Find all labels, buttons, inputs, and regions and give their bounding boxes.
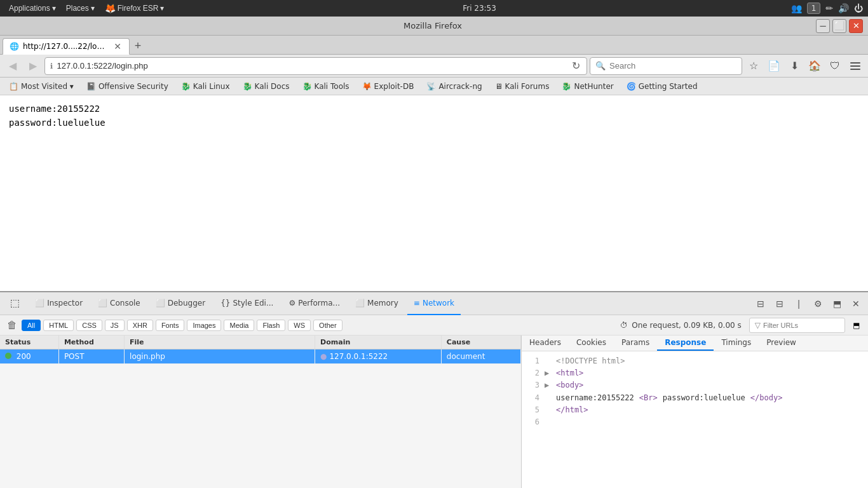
tab-close-button[interactable]: ✕	[112, 41, 123, 51]
resp-tab-headers[interactable]: Headers	[522, 336, 569, 351]
devtool-tab-pick[interactable]: ⬚	[4, 292, 26, 315]
filter-other[interactable]: Other	[313, 320, 342, 331]
bookmark-label-3: Kali Docs	[255, 82, 290, 91]
title-bar: Mozilla Firefox ─ ⬜ ✕	[0, 17, 868, 36]
filter-summary-text: One request, 0.09 KB, 0.00 s	[632, 321, 742, 330]
devtools-split-v[interactable]: ⊟	[752, 295, 769, 312]
bookmark-label-9: Getting Started	[639, 82, 698, 91]
line-num-1: 1	[527, 355, 539, 367]
devtools-close[interactable]: ✕	[848, 295, 864, 312]
console-label: Console	[110, 299, 140, 308]
devtools-pop-out[interactable]: ⬒	[829, 295, 845, 312]
bookmark-kali-linux[interactable]: 🐉 Kali Linux	[176, 81, 235, 92]
bookmark-most-visited[interactable]: 📋 Most Visited ▾	[4, 81, 79, 92]
firefox-label: Firefox ESR	[118, 4, 159, 13]
devtool-tab-style-editor[interactable]: {} Style Edi...	[214, 292, 280, 315]
filter-media[interactable]: Media	[224, 320, 254, 331]
minimize-button[interactable]: ─	[816, 19, 830, 33]
resp-tab-response[interactable]: Response	[657, 336, 714, 351]
active-tab[interactable]: 🌐 http://127.0....22/login.php ✕	[3, 38, 130, 55]
network-icon: ≡	[414, 299, 420, 308]
filter-flash[interactable]: Flash	[257, 320, 285, 331]
bookmark-nethunter[interactable]: 🐉 NetHunter	[557, 81, 618, 92]
applications-menu[interactable]: Applications ▾	[5, 3, 60, 14]
resp-tab-cookies[interactable]: Cookies	[569, 336, 614, 351]
system-bar: Applications ▾ Places ▾ 🦊 Firefox ESR ▾ …	[0, 0, 868, 17]
devtool-tab-memory[interactable]: ⬜ Memory	[349, 292, 405, 315]
style-editor-label: Style Edi...	[233, 299, 273, 308]
debugger-label: Debugger	[168, 299, 205, 308]
menu-button[interactable]	[846, 57, 864, 75]
page-line-2: password:lueluelue	[9, 116, 859, 130]
line-content-4-end: </body>	[750, 392, 783, 404]
filter-fonts[interactable]: Fonts	[156, 320, 185, 331]
maximize-button[interactable]: ⬜	[832, 19, 846, 33]
devtool-tab-performance[interactable]: ⚙ Performa...	[282, 292, 346, 315]
bookmark-offensive-security[interactable]: 📓 Offensive Security	[81, 81, 173, 92]
forward-button[interactable]: ▶	[24, 57, 42, 75]
devtools-split-h[interactable]: ⊟	[771, 295, 788, 312]
panel-settings-icon[interactable]: ⬒	[850, 319, 863, 332]
search-input[interactable]	[609, 61, 736, 71]
reload-button[interactable]: ↻	[571, 58, 581, 73]
filter-html[interactable]: HTML	[43, 320, 74, 331]
memory-label: Memory	[367, 299, 398, 308]
bookmark-favicon-1: 📓	[86, 82, 96, 91]
row-file: login.php	[125, 349, 315, 364]
new-tab-button[interactable]: +	[130, 37, 146, 54]
response-panel: Headers Cookies Params Response Timings …	[521, 336, 868, 488]
hamburger-icon	[850, 62, 860, 70]
close-button[interactable]: ✕	[849, 19, 863, 33]
network-table: Status Method File Domain Cause 200	[0, 336, 521, 364]
bookmark-kali-tools[interactable]: 🐉 Kali Tools	[297, 81, 355, 92]
bookmark-label-2: Kali Linux	[193, 82, 230, 91]
domain-icon: ●	[320, 352, 327, 361]
devtools-settings[interactable]: ⚙	[810, 295, 826, 312]
url-input[interactable]	[57, 61, 567, 71]
devtool-tab-inspector[interactable]: ⬜ Inspector	[29, 292, 89, 315]
places-arrow: ▾	[91, 4, 95, 13]
back-button[interactable]: ◀	[4, 57, 22, 75]
devtool-tab-network[interactable]: ≡ Network	[407, 292, 461, 315]
table-header-row: Status Method File Domain Cause	[0, 336, 521, 349]
system-bar-right: 👥 1 ✏️ 🔊 ⏻	[791, 3, 863, 14]
response-tabs: Headers Cookies Params Response Timings …	[522, 336, 868, 351]
filter-all[interactable]: All	[22, 320, 41, 331]
pocket-button[interactable]: 🛡	[826, 57, 844, 75]
filter-clear-button[interactable]: 🗑	[5, 318, 19, 332]
line-num-5: 5	[527, 404, 539, 416]
places-menu[interactable]: Places ▾	[62, 3, 98, 14]
resp-tab-timings[interactable]: Timings	[714, 336, 759, 351]
filter-summary-icon: ⏱	[620, 321, 628, 330]
filter-url-input[interactable]	[763, 322, 839, 329]
line-num-6: 6	[527, 416, 539, 428]
filter-images[interactable]: Images	[187, 320, 221, 331]
home-button[interactable]: 🏠	[806, 57, 824, 75]
filter-css[interactable]: CSS	[76, 320, 102, 331]
bookmark-aircrack[interactable]: 📡 Aircrack-ng	[421, 81, 487, 92]
reader-button[interactable]: 📄	[765, 57, 783, 75]
places-label: Places	[66, 4, 89, 13]
bookmark-exploit-db[interactable]: 🦊 Exploit-DB	[357, 81, 419, 92]
devtools-body: Status Method File Domain Cause 200	[0, 336, 868, 488]
download-button[interactable]: ⬇	[785, 57, 803, 75]
filter-xhr[interactable]: XHR	[127, 320, 153, 331]
bookmark-getting-started[interactable]: 🌀 Getting Started	[621, 81, 703, 92]
applications-label: Applications	[9, 4, 50, 13]
devtool-tab-console[interactable]: ⬜ Console	[92, 292, 147, 315]
table-row[interactable]: 200 POST login.php ● 127.0.0.1:5222 docu…	[0, 349, 521, 364]
filter-js[interactable]: JS	[105, 320, 125, 331]
status-code: 200	[17, 352, 31, 361]
inspector-icon: ⬜	[35, 299, 44, 308]
filter-ws[interactable]: WS	[288, 320, 311, 331]
devtools-sep[interactable]: |	[790, 295, 807, 312]
resp-tab-params[interactable]: Params	[614, 336, 657, 351]
bookmark-favicon-4: 🐉	[302, 82, 312, 91]
bookmark-kali-docs[interactable]: 🐉 Kali Docs	[238, 81, 295, 92]
firefox-menu[interactable]: 🦊 Firefox ESR ▾	[101, 2, 168, 15]
devtool-tab-debugger[interactable]: ⬜ Debugger	[149, 292, 212, 315]
devtools-toolbar-right: ⊟ ⊟ | ⚙ ⬒ ✕	[752, 295, 864, 312]
bookmark-kali-forums[interactable]: 🖥 Kali Forums	[490, 81, 555, 92]
resp-tab-preview[interactable]: Preview	[759, 336, 804, 351]
star-button[interactable]: ☆	[745, 57, 763, 75]
